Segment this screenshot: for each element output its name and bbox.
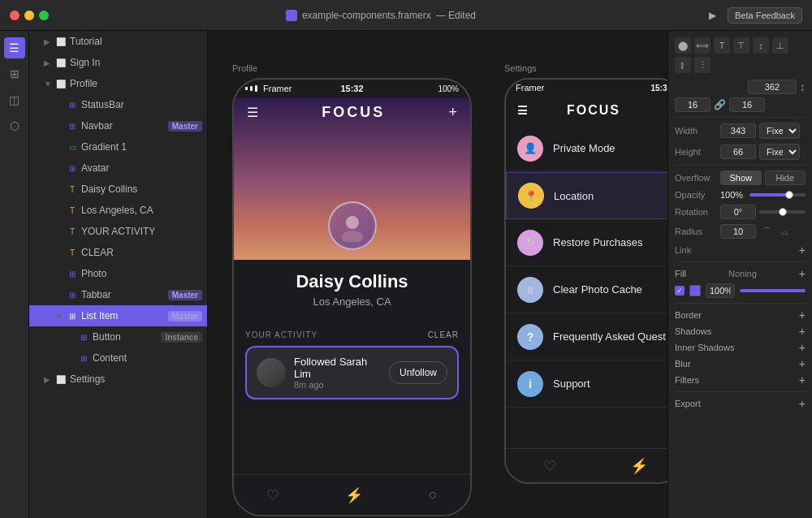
align-top-icon[interactable]: ⊤ — [733, 37, 749, 54]
radius-smooth-icon[interactable]: ⌓ — [777, 224, 792, 239]
align-bottom-icon[interactable]: ⊥ — [772, 37, 788, 54]
blur-add-button[interactable]: + — [799, 357, 806, 370]
fill-option: Noning — [728, 269, 757, 278]
tree-item-photo[interactable]: ▶ ⊞ Photo — [29, 263, 207, 284]
tree-item-content[interactable]: ▶ ⊞ Content — [29, 347, 207, 369]
rotation-slider[interactable] — [759, 210, 806, 214]
settings-item-private-mode[interactable]: 👤 Private Mode — [506, 125, 667, 172]
height-mode-select[interactable]: Fixed Auto — [759, 144, 800, 160]
fill-opacity-slider[interactable] — [740, 289, 806, 292]
fill-checkbox[interactable]: ✓ — [675, 286, 685, 296]
inner-shadows-add-button[interactable]: + — [799, 341, 806, 354]
align-middle-icon[interactable]: ↕ — [753, 37, 769, 54]
tab-search-icon[interactable]: ○ — [429, 486, 438, 503]
tab-bolt-icon[interactable]: ⚡ — [345, 486, 363, 504]
minimize-button[interactable] — [24, 11, 34, 20]
settings-tab-heart[interactable]: ♡ — [543, 457, 556, 475]
text-icon: T — [67, 183, 78, 195]
position-x-stepper[interactable]: ↕ — [800, 80, 806, 93]
overflow-hide-btn[interactable]: Hide — [765, 171, 806, 185]
tree-item-daisy-collins[interactable]: ▶ T Daisy Collins — [29, 179, 207, 200]
position-x-input[interactable]: 362 — [748, 80, 797, 94]
distribute-h-icon[interactable]: ⫿ — [675, 57, 691, 73]
align-right-icon[interactable]: T — [714, 37, 730, 54]
component-icon: ⊞ — [67, 310, 78, 322]
tree-item-avatar[interactable]: ▶ ⊞ Avatar — [29, 158, 207, 179]
export-header: Export + — [675, 397, 806, 410]
radius-corner-icon[interactable]: ⌒ — [759, 224, 774, 239]
tree-item-tabbar[interactable]: ▶ ⊞ Tabbar Master — [29, 284, 207, 305]
layers-tool-button[interactable]: ☰ — [4, 37, 25, 58]
assets-tool-button[interactable]: ◫ — [4, 89, 25, 110]
radius-input[interactable] — [720, 224, 756, 239]
settings-tab-bolt[interactable]: ⚡ — [630, 457, 648, 475]
link-add-button[interactable]: + — [799, 244, 806, 257]
component-icon: ⊞ — [78, 331, 89, 343]
fill-color-swatch[interactable] — [689, 285, 701, 296]
settings-item-support[interactable]: i Support — [506, 360, 667, 408]
tree-item-clear[interactable]: ▶ T CLEAR — [29, 242, 207, 263]
tree-item-profile[interactable]: ▼ ⬜ Profile — [29, 73, 207, 94]
tree-item-navbar[interactable]: ▶ ⊞ Navbar Master — [29, 115, 207, 136]
width-input[interactable]: 343 — [720, 123, 756, 138]
width-row: Width 343 Fixed Auto — [675, 123, 806, 139]
support-label: Support — [553, 378, 590, 390]
settings-item-faq[interactable]: ? Frequently Asked Quest — [506, 313, 667, 360]
rotation-input[interactable] — [720, 205, 756, 219]
preview-button[interactable]: ▶ — [703, 6, 721, 24]
tree-item-signin[interactable]: ▶ ⬜ Sign In — [29, 52, 207, 73]
tree-label: Settings — [70, 373, 105, 385]
align-center-h-icon[interactable]: ⟺ — [694, 37, 710, 54]
tree-toggle[interactable]: ▼ — [55, 312, 63, 321]
tree-item-statusbar[interactable]: ▶ ⊞ StatusBar — [29, 94, 207, 115]
settings-item-clear-cache[interactable]: 🗑 Clear Photo Cache — [506, 266, 667, 313]
menu-icon[interactable]: ☰ — [247, 105, 258, 120]
fill-opacity-input[interactable] — [706, 283, 735, 298]
overflow-show-btn[interactable]: Show — [720, 171, 762, 185]
settings-item-location[interactable]: 📍 Location — [506, 172, 667, 219]
packages-tool-button[interactable]: ⬡ — [4, 115, 25, 136]
fill-add-button[interactable]: + — [799, 267, 806, 280]
opacity-slider[interactable] — [749, 193, 806, 196]
distribute-v-icon[interactable]: ⋮ — [694, 57, 710, 73]
padding-right-input[interactable]: 16 — [729, 97, 765, 112]
beta-feedback-button[interactable]: Beta Feedback — [728, 7, 802, 24]
components-tool-button[interactable]: ⊞ — [4, 63, 25, 84]
tree-item-your-activity[interactable]: ▶ T YOUR ACTIVITY — [29, 221, 207, 242]
tree-item-gradient1[interactable]: ▶ ▭ Gradient 1 — [29, 136, 207, 158]
add-icon[interactable]: + — [448, 104, 457, 121]
private-mode-label: Private Mode — [553, 142, 615, 154]
align-left-icon[interactable]: ⬤ — [675, 37, 691, 54]
opacity-value: 100% — [720, 190, 746, 200]
padding-left-input[interactable]: 16 — [675, 97, 710, 112]
shadows-add-button[interactable]: + — [799, 325, 806, 338]
settings-item-restore-purchases[interactable]: ↻ Restore Purchases — [506, 219, 667, 266]
border-add-button[interactable]: + — [799, 309, 806, 322]
tree-toggle[interactable]: ▶ — [44, 375, 52, 384]
tree-item-tutorial[interactable]: ▶ ⬜ Tutorial — [29, 31, 207, 52]
width-mode-select[interactable]: Fixed Auto — [759, 123, 800, 139]
height-input[interactable]: 66 — [720, 145, 756, 159]
frame-icon: ⬜ — [55, 78, 67, 89]
tree-item-list-item[interactable]: ▼ ⊞ List Item Master — [29, 305, 207, 326]
tree-item-los-angeles[interactable]: ▶ T Los Angeles, CA — [29, 200, 207, 221]
filters-add-button[interactable]: + — [799, 373, 806, 386]
unfollow-button[interactable]: Unfollow — [389, 361, 447, 384]
close-button[interactable] — [10, 11, 19, 20]
opacity-slider-thumb[interactable] — [785, 191, 793, 199]
clear-button[interactable]: CLEAR — [428, 330, 459, 339]
tree-toggle[interactable]: ▶ — [44, 37, 52, 46]
tree-toggle[interactable]: ▼ — [44, 80, 52, 88]
link-icon[interactable]: 🔗 — [714, 99, 726, 110]
settings-menu-icon[interactable]: ☰ — [517, 104, 529, 117]
tab-heart-icon[interactable]: ♡ — [266, 486, 279, 504]
instance-badge: Instance — [161, 332, 202, 343]
titlebar-right: ▶ Beta Feedback — [703, 6, 802, 24]
tree-toggle[interactable]: ▶ — [44, 58, 52, 67]
phone-tabbar: ♡ ⚡ ○ — [234, 474, 470, 515]
fullscreen-button[interactable] — [39, 11, 49, 20]
rotation-slider-thumb[interactable] — [779, 208, 787, 216]
export-add-button[interactable]: + — [799, 397, 806, 410]
tree-item-button[interactable]: ▶ ⊞ Button Instance — [29, 326, 207, 347]
tree-item-settings[interactable]: ▶ ⬜ Settings — [29, 369, 207, 390]
